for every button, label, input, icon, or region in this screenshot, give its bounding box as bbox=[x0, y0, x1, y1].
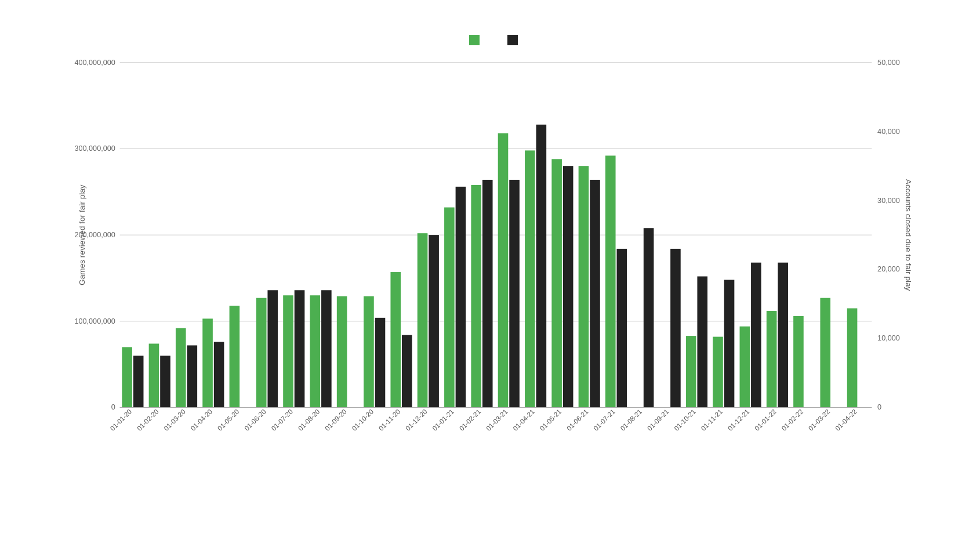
svg-rect-18 bbox=[149, 343, 159, 407]
svg-rect-27 bbox=[283, 295, 293, 407]
svg-rect-51 bbox=[617, 249, 627, 408]
main-chart-svg: 0100,000,000200,000,000300,000,000400,00… bbox=[58, 57, 934, 464]
svg-rect-24 bbox=[230, 306, 240, 407]
svg-text:40,000: 40,000 bbox=[877, 128, 900, 136]
svg-text:30,000: 30,000 bbox=[877, 197, 900, 205]
svg-rect-46 bbox=[551, 159, 562, 407]
svg-text:01-09-20: 01-09-20 bbox=[324, 407, 349, 432]
svg-text:01-02-21: 01-02-21 bbox=[458, 408, 482, 432]
svg-rect-63 bbox=[820, 298, 830, 408]
legend-item-green bbox=[469, 35, 484, 45]
svg-rect-45 bbox=[536, 125, 547, 408]
svg-text:01-10-20: 01-10-20 bbox=[350, 407, 375, 432]
svg-rect-61 bbox=[778, 263, 788, 408]
svg-text:01-08-20: 01-08-20 bbox=[296, 407, 321, 432]
svg-text:01-03-21: 01-03-21 bbox=[484, 408, 509, 432]
svg-text:0: 0 bbox=[877, 403, 881, 411]
svg-text:100,000,000: 100,000,000 bbox=[74, 317, 115, 325]
svg-rect-23 bbox=[214, 342, 224, 407]
svg-rect-48 bbox=[579, 166, 589, 407]
svg-rect-43 bbox=[509, 180, 520, 408]
svg-rect-28 bbox=[295, 290, 305, 407]
svg-rect-42 bbox=[498, 133, 509, 408]
svg-rect-34 bbox=[390, 272, 401, 407]
legend-item-black bbox=[507, 35, 522, 45]
svg-text:01-04-20: 01-04-20 bbox=[189, 407, 214, 432]
svg-rect-21 bbox=[187, 345, 198, 407]
svg-text:01-12-21: 01-12-21 bbox=[726, 408, 750, 432]
svg-rect-57 bbox=[724, 280, 735, 407]
legend bbox=[58, 35, 934, 45]
svg-text:01-06-20: 01-06-20 bbox=[243, 407, 268, 432]
svg-rect-41 bbox=[482, 180, 493, 408]
svg-text:Accounts closed due to fair pl: Accounts closed due to fair play bbox=[904, 179, 913, 291]
svg-text:01-04-22: 01-04-22 bbox=[833, 408, 858, 432]
svg-rect-29 bbox=[310, 295, 321, 407]
svg-text:20,000: 20,000 bbox=[877, 265, 900, 273]
svg-text:Games reviewed for fair play: Games reviewed for fair play bbox=[78, 184, 86, 285]
svg-rect-58 bbox=[740, 327, 750, 408]
svg-rect-44 bbox=[525, 150, 535, 407]
svg-text:01-01-22: 01-01-22 bbox=[753, 408, 778, 432]
svg-rect-50 bbox=[605, 155, 616, 407]
svg-text:01-07-20: 01-07-20 bbox=[270, 407, 295, 432]
black-swatch bbox=[507, 35, 518, 45]
svg-text:01-05-20: 01-05-20 bbox=[216, 407, 241, 432]
svg-rect-19 bbox=[160, 356, 170, 407]
svg-text:01-01-21: 01-01-21 bbox=[431, 408, 455, 432]
svg-rect-26 bbox=[267, 290, 278, 407]
svg-text:01-04-21: 01-04-21 bbox=[511, 408, 536, 432]
svg-rect-49 bbox=[590, 180, 600, 408]
svg-text:01-07-21: 01-07-21 bbox=[592, 408, 616, 432]
svg-text:01-02-22: 01-02-22 bbox=[780, 408, 804, 432]
svg-text:300,000,000: 300,000,000 bbox=[74, 144, 115, 153]
svg-rect-22 bbox=[202, 318, 213, 407]
svg-rect-38 bbox=[444, 208, 455, 408]
svg-rect-20 bbox=[176, 328, 186, 408]
svg-rect-17 bbox=[133, 356, 144, 407]
svg-text:01-08-21: 01-08-21 bbox=[619, 408, 643, 432]
green-swatch bbox=[469, 35, 480, 45]
svg-text:01-05-21: 01-05-21 bbox=[538, 408, 562, 432]
svg-rect-39 bbox=[456, 187, 466, 408]
svg-text:01-02-20: 01-02-20 bbox=[135, 407, 160, 432]
svg-rect-35 bbox=[402, 335, 412, 408]
chart-container: 0100,000,000200,000,000300,000,000400,00… bbox=[0, 0, 980, 558]
svg-rect-54 bbox=[686, 336, 696, 407]
chart-area: 0100,000,000200,000,000300,000,000400,00… bbox=[58, 57, 934, 464]
svg-rect-52 bbox=[644, 228, 654, 407]
svg-text:01-11-21: 01-11-21 bbox=[699, 408, 724, 432]
svg-rect-64 bbox=[847, 309, 858, 408]
svg-rect-30 bbox=[321, 290, 332, 407]
svg-rect-56 bbox=[713, 337, 723, 408]
svg-rect-40 bbox=[471, 185, 481, 408]
svg-text:0: 0 bbox=[111, 403, 115, 411]
svg-text:01-11-20: 01-11-20 bbox=[377, 407, 402, 432]
svg-rect-25 bbox=[256, 298, 267, 408]
svg-text:400,000,000: 400,000,000 bbox=[74, 59, 115, 67]
svg-rect-36 bbox=[418, 233, 428, 407]
svg-rect-33 bbox=[375, 318, 386, 408]
svg-rect-31 bbox=[337, 296, 347, 408]
svg-text:01-03-22: 01-03-22 bbox=[807, 408, 831, 432]
svg-text:01-10-21: 01-10-21 bbox=[673, 408, 697, 432]
svg-rect-37 bbox=[429, 235, 439, 407]
svg-rect-59 bbox=[751, 263, 761, 408]
svg-rect-47 bbox=[563, 166, 574, 407]
svg-rect-55 bbox=[697, 276, 707, 407]
svg-rect-60 bbox=[767, 311, 777, 408]
svg-text:01-09-21: 01-09-21 bbox=[645, 408, 670, 432]
svg-rect-53 bbox=[670, 249, 681, 408]
svg-text:01-06-21: 01-06-21 bbox=[565, 408, 589, 432]
svg-text:50,000: 50,000 bbox=[877, 59, 900, 67]
svg-text:01-03-20: 01-03-20 bbox=[162, 407, 187, 432]
svg-text:10,000: 10,000 bbox=[877, 334, 900, 342]
svg-rect-16 bbox=[122, 347, 132, 407]
svg-rect-32 bbox=[364, 296, 374, 408]
svg-rect-62 bbox=[793, 316, 804, 408]
svg-text:01-12-20: 01-12-20 bbox=[404, 407, 429, 432]
